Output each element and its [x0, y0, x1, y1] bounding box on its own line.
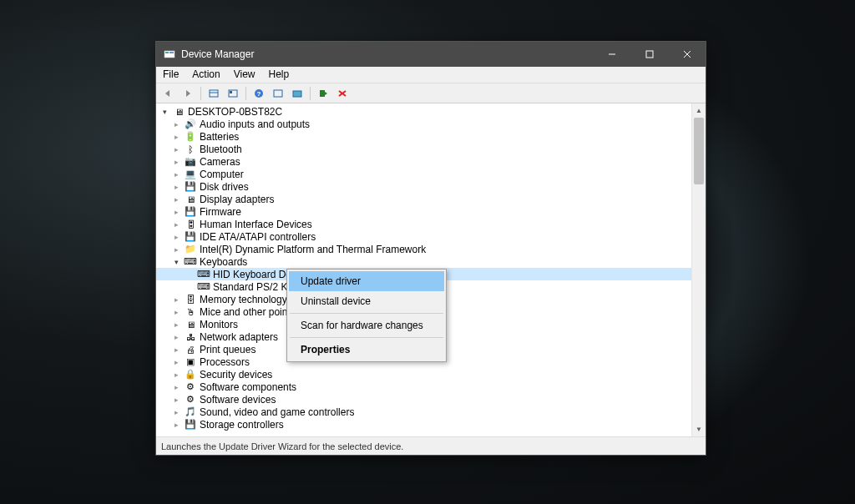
keyboard-icon: ⌨	[197, 281, 210, 293]
scan-button[interactable]	[288, 85, 306, 102]
scroll-thumb[interactable]	[694, 118, 704, 184]
expand-arrow[interactable]	[171, 120, 181, 129]
item-label: Network adapters	[200, 331, 278, 343]
properties-button[interactable]	[224, 85, 242, 102]
statusbar: Launches the Update Driver Wizard for th…	[156, 436, 706, 455]
category-item[interactable]: 📁Intel(R) Dynamic Platform and Thermal F…	[156, 243, 706, 255]
expand-arrow[interactable]	[171, 320, 181, 329]
category-item[interactable]: 🖥Display adapters	[156, 193, 706, 205]
svg-rect-13	[274, 90, 282, 97]
camera-icon: 📷	[184, 156, 197, 168]
device-tree[interactable]: 🖥DESKTOP-0BST82C🔊Audio inputs and output…	[156, 103, 706, 432]
toolbar: ?	[156, 83, 706, 103]
category-item[interactable]: 📷Cameras	[156, 155, 706, 168]
expand-arrow[interactable]	[171, 208, 181, 216]
item-label: Firmware	[200, 206, 241, 218]
expand-arrow[interactable]	[171, 158, 181, 166]
titlebar[interactable]: Device Manager	[156, 42, 706, 67]
item-label: Batteries	[200, 131, 239, 143]
item-label: Keyboards	[200, 256, 247, 268]
category-item[interactable]: 💾Storage controllers	[156, 418, 706, 431]
root-icon: 🖥	[172, 106, 185, 118]
mouse-icon: 🖱	[184, 306, 197, 318]
menu-action[interactable]: Action	[185, 67, 226, 83]
item-label: Cameras	[200, 156, 240, 168]
close-button[interactable]	[668, 42, 706, 67]
category-item[interactable]: 💾Firmware	[156, 205, 706, 218]
vertical-scrollbar[interactable]: ▲ ▼	[691, 103, 706, 436]
maximize-button[interactable]	[630, 42, 668, 67]
expand-arrow[interactable]	[171, 233, 181, 241]
expand-arrow[interactable]	[171, 170, 181, 179]
uninstall-button[interactable]	[333, 85, 352, 102]
item-label: Processors	[200, 356, 250, 368]
security-icon: 🔒	[184, 369, 197, 381]
sound-icon: 🎵	[184, 406, 197, 418]
bluetooth-icon: ᛒ	[184, 144, 197, 155]
minimize-button[interactable]	[593, 42, 630, 67]
context-menu-item[interactable]: Update driver	[289, 271, 444, 291]
expand-arrow[interactable]	[171, 195, 181, 204]
expand-arrow[interactable]	[171, 220, 181, 229]
menu-separator	[290, 337, 443, 338]
category-item[interactable]: 🔊Audio inputs and outputs	[156, 118, 706, 130]
scroll-down-button[interactable]: ▼	[692, 422, 706, 436]
menu-file[interactable]: File	[156, 67, 185, 83]
expand-arrow[interactable]	[171, 295, 181, 304]
category-item[interactable]: ᛒBluetooth	[156, 143, 706, 155]
category-item[interactable]: 🔒Security devices	[156, 368, 706, 381]
back-button[interactable]	[159, 85, 178, 102]
expand-arrow[interactable]	[159, 108, 169, 116]
category-item[interactable]: ⌨Keyboards	[156, 255, 706, 268]
item-label: Audio inputs and outputs	[200, 118, 310, 130]
expand-arrow[interactable]	[171, 345, 181, 354]
category-item[interactable]: 🎵Sound, video and game controllers	[156, 406, 706, 418]
expand-arrow[interactable]	[171, 333, 181, 341]
context-menu-item[interactable]: Scan for hardware changes	[289, 315, 444, 335]
status-text: Launches the Update Driver Wizard for th…	[161, 441, 403, 451]
category-item[interactable]: 💾IDE ATA/ATAPI controllers	[156, 230, 706, 243]
computer-icon: 💻	[184, 169, 197, 180]
context-menu-item[interactable]: Properties	[289, 340, 444, 360]
item-label: Software components	[200, 381, 296, 393]
intel-icon: 📁	[184, 244, 197, 255]
scroll-up-button[interactable]: ▲	[692, 103, 706, 118]
item-label: Security devices	[200, 369, 272, 381]
category-item[interactable]: 💻Computer	[156, 168, 706, 180]
expand-arrow[interactable]	[171, 358, 181, 366]
printer-icon: 🖨	[184, 344, 197, 355]
menu-view[interactable]: View	[227, 67, 262, 83]
help-button[interactable]: ?	[250, 85, 268, 102]
software-icon: ⚙	[184, 381, 197, 393]
expand-arrow[interactable]	[171, 408, 181, 416]
expand-arrow[interactable]	[171, 258, 181, 266]
menu-help[interactable]: Help	[262, 67, 296, 83]
expand-arrow[interactable]	[171, 396, 181, 404]
refresh-button[interactable]	[269, 85, 287, 102]
expand-arrow[interactable]	[171, 421, 181, 429]
expand-arrow[interactable]	[171, 245, 181, 254]
expand-arrow[interactable]	[171, 383, 181, 391]
expand-arrow[interactable]	[171, 308, 181, 316]
category-item[interactable]: 🔋Batteries	[156, 130, 706, 143]
category-item[interactable]: ⚙Software devices	[156, 393, 706, 406]
root-item[interactable]: 🖥DESKTOP-0BST82C	[156, 105, 706, 118]
software-icon: ⚙	[184, 394, 197, 406]
forward-button[interactable]	[179, 85, 197, 102]
display-icon: 🖥	[184, 194, 197, 205]
expand-arrow[interactable]	[171, 145, 181, 154]
show-hidden-button[interactable]	[205, 85, 223, 102]
category-item[interactable]: ⚙Software components	[156, 381, 706, 393]
network-icon: 🖧	[184, 331, 197, 343]
category-item[interactable]: 🎛Human Interface Devices	[156, 218, 706, 230]
expand-arrow[interactable]	[171, 183, 181, 191]
menu-separator	[290, 313, 443, 314]
svg-rect-4	[646, 51, 653, 58]
memory-icon: 🗄	[184, 294, 197, 305]
category-item[interactable]: 💾Disk drives	[156, 180, 706, 193]
enable-button[interactable]	[314, 85, 332, 102]
item-label: Bluetooth	[200, 144, 242, 155]
expand-arrow[interactable]	[171, 133, 181, 141]
expand-arrow[interactable]	[171, 370, 181, 379]
context-menu-item[interactable]: Uninstall device	[289, 291, 444, 311]
